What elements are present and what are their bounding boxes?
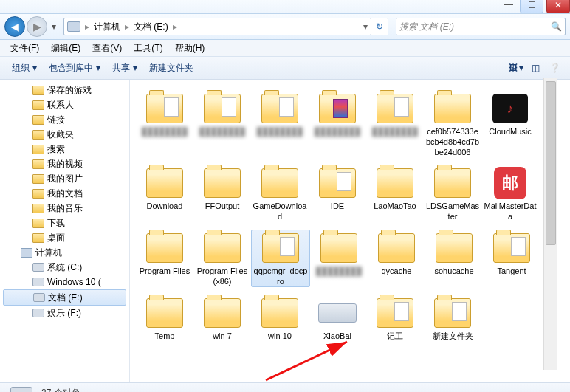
file-label: ████████ (255, 127, 304, 137)
file-item[interactable]: 记工 (366, 295, 424, 342)
chevron-right-icon: ▸ (123, 21, 131, 32)
search-input[interactable]: 搜索 文档 (E:) 🔍 (396, 18, 566, 35)
close-button[interactable]: ✕ (546, 0, 570, 13)
sidebar-item[interactable]: 桌面 (0, 230, 129, 245)
sidebar-item[interactable]: 娱乐 (F:) (0, 306, 129, 320)
file-item[interactable]: ████████ (193, 90, 251, 157)
sidebar-item-label: Windows 10 ( (47, 277, 101, 287)
include-button[interactable]: 包含到库中▾ (43, 62, 106, 75)
file-item-selected[interactable]: qqpcmgr_docpro (251, 230, 310, 288)
sidebar-item-label: 我的视频 (47, 158, 83, 171)
address-bar[interactable]: ▸ 计算机 ▸ 文档 (E:) ▸ ▾ (63, 18, 371, 35)
sidebar-item-label: 我的音乐 (47, 202, 83, 215)
sidebar-item[interactable]: 文档 (E:) (3, 289, 126, 306)
folder-document-icon (375, 296, 415, 330)
file-item[interactable]: LDSGameMaster (424, 165, 481, 222)
file-item[interactable]: qycache (368, 230, 425, 288)
file-item[interactable]: Download (136, 165, 193, 222)
minimize-button[interactable]: — (498, 0, 520, 12)
file-label: ████████ (313, 127, 362, 137)
sidebar-item-label: 桌面 (47, 232, 65, 244)
history-dropdown-icon[interactable]: ▾ (49, 17, 59, 36)
folder-document-icon (261, 231, 301, 265)
sidebar-item-label: 联系人 (47, 99, 74, 111)
refresh-button[interactable]: ↻ (371, 18, 388, 35)
file-item[interactable]: Temp (136, 295, 193, 342)
sidebar-item[interactable]: 收藏夹 (0, 127, 129, 142)
file-item[interactable]: ████████ (366, 90, 424, 157)
sidebar-item[interactable]: Windows 10 ( (0, 275, 129, 289)
sidebar-item[interactable]: 保存的游戏 (0, 83, 129, 97)
sidebar-item-label: 我的图片 (47, 173, 83, 185)
preview-pane-button[interactable]: ◫ (526, 63, 545, 73)
menu-edit[interactable]: 编辑(E) (45, 42, 86, 55)
sidebar-item[interactable]: 我的文档 (0, 186, 129, 201)
sidebar-item[interactable]: 我的视频 (0, 157, 129, 171)
file-item[interactable]: 邮MailMasterData (481, 165, 539, 222)
file-item[interactable]: sohucache (425, 230, 483, 288)
sidebar-item[interactable]: 链接 (0, 112, 129, 127)
sidebar-item[interactable]: 计算机 (0, 245, 129, 260)
file-label: cef0b574333ebcb4d8b4cd7bbe24d006 (424, 127, 481, 157)
folder-document-icon (317, 166, 357, 200)
file-item[interactable]: ████████ (309, 90, 366, 157)
sidebar-item[interactable]: 搜索 (0, 142, 129, 157)
help-button[interactable]: ❔ (545, 63, 564, 73)
sidebar-item-label: 保存的游戏 (47, 84, 92, 97)
sidebar-item[interactable]: 下载 (0, 216, 129, 230)
view-mode-button[interactable]: 🖽▾ (507, 63, 526, 73)
file-label: XiaoBai (322, 331, 353, 342)
folder-icon (145, 166, 185, 200)
file-item[interactable]: 新建文件夹 (424, 295, 481, 342)
folder-document-icon (375, 92, 415, 125)
file-grid[interactable]: ████████████████████████████████████████… (130, 80, 570, 382)
drive-icon (67, 21, 80, 32)
folder-icon (32, 218, 44, 228)
file-item[interactable]: ♪CloudMusic (481, 90, 539, 157)
file-item[interactable]: ████████ (136, 90, 193, 157)
share-button[interactable]: 共享▾ (106, 62, 143, 75)
file-item[interactable]: Program Files (x86) (193, 230, 251, 288)
file-item[interactable]: cef0b574333ebcb4d8b4cd7bbe24d006 (424, 90, 481, 157)
forward-button[interactable]: ▶ (27, 16, 47, 37)
scrollbar-thumb[interactable] (546, 81, 556, 245)
file-item[interactable]: ████████ (251, 90, 309, 157)
address-row: ◀ ▶ ▾ ▸ 计算机 ▸ 文档 (E:) ▸ ▾ ↻ 搜索 文档 (E:) 🔍 (0, 14, 570, 40)
back-button[interactable]: ◀ (4, 16, 25, 37)
file-item[interactable]: LaoMaoTao (366, 165, 424, 222)
file-item[interactable]: win 7 (193, 295, 251, 342)
breadcrumb-e-drive[interactable]: 文档 (E:) (131, 21, 171, 33)
file-label: FFOutput (204, 202, 241, 212)
file-item[interactable]: GameDownload (251, 165, 309, 222)
menu-bar: 文件(F) 编辑(E) 查看(V) 工具(T) 帮助(H) (0, 40, 570, 57)
file-item[interactable]: ████████ (310, 230, 368, 288)
file-label: ████████ (198, 127, 247, 137)
breadcrumb-computer[interactable]: 计算机 (91, 21, 123, 33)
vertical-scrollbar[interactable] (543, 78, 557, 370)
chevron-down-icon: ▾ (519, 63, 523, 73)
file-item[interactable]: IDE (309, 165, 366, 222)
menu-tools[interactable]: 工具(T) (128, 42, 168, 55)
maximize-button[interactable]: ☐ (520, 0, 543, 13)
file-label: Tangent (495, 267, 527, 277)
search-icon: 🔍 (551, 21, 562, 32)
file-item[interactable]: XiaoBai (309, 295, 366, 342)
file-item[interactable]: Program Files (136, 230, 193, 288)
menu-help[interactable]: 帮助(H) (169, 42, 211, 55)
file-item[interactable]: win 10 (251, 295, 309, 342)
sidebar-item[interactable]: 联系人 (0, 97, 129, 112)
menu-view[interactable]: 查看(V) (86, 42, 128, 55)
sidebar-tree[interactable]: 保存的游戏联系人链接收藏夹搜索我的视频我的图片我的文档我的音乐下载桌面计算机系统… (0, 80, 130, 382)
file-label: Temp (154, 331, 176, 342)
sidebar-item[interactable]: 系统 (C:) (0, 260, 129, 275)
new-folder-button[interactable]: 新建文件夹 (143, 62, 199, 75)
folder-icon (145, 231, 185, 265)
sidebar-item[interactable]: 我的音乐 (0, 201, 129, 216)
address-dropdown-icon[interactable]: ▾ (363, 21, 368, 32)
file-item[interactable]: Tangent (483, 230, 540, 288)
menu-file[interactable]: 文件(F) (4, 42, 45, 55)
organize-button[interactable]: 组织▾ (6, 62, 43, 75)
file-item[interactable]: FFOutput (193, 165, 251, 222)
sidebar-item[interactable]: 我的图片 (0, 171, 129, 186)
folder-document-icon (202, 92, 242, 125)
